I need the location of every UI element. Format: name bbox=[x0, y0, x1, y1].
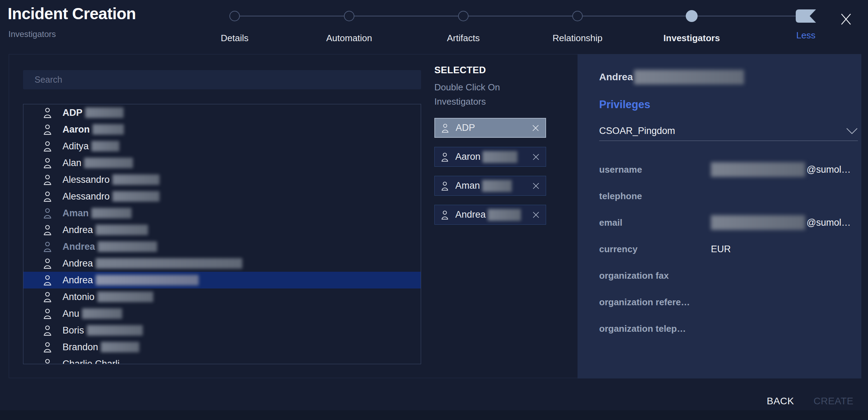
stepper-step-automation[interactable]: Automation bbox=[311, 0, 388, 45]
search-input[interactable] bbox=[23, 70, 421, 89]
collapse-toggle-icon[interactable] bbox=[796, 9, 816, 23]
investigator-name: Alan bbox=[62, 158, 81, 168]
investigator-row[interactable]: Alan bbox=[23, 155, 421, 171]
investigator-row[interactable]: Antonio bbox=[23, 288, 421, 305]
remove-chip-icon[interactable] bbox=[531, 124, 540, 132]
redacted-surname-blur bbox=[82, 308, 122, 319]
create-button[interactable]: CREATE bbox=[814, 396, 854, 407]
selected-investigator-chip[interactable]: Aman bbox=[434, 176, 546, 196]
field-value: @sumol… bbox=[711, 162, 851, 177]
investigator-name: Anu bbox=[62, 308, 79, 319]
back-button[interactable]: BACK bbox=[767, 396, 794, 407]
investigator-row[interactable]: Andrea bbox=[23, 222, 421, 238]
remove-chip-icon[interactable] bbox=[532, 211, 540, 219]
field-label: telephone bbox=[599, 191, 711, 202]
remove-chip-icon[interactable] bbox=[532, 153, 540, 161]
user-icon bbox=[42, 224, 53, 235]
investigator-name: Boris bbox=[62, 325, 84, 336]
redacted-surname-blur bbox=[85, 107, 124, 118]
stepper-step-artifacts[interactable]: Artifacts bbox=[425, 0, 502, 45]
field-label: organization telep… bbox=[599, 323, 711, 334]
detail-field-row: organization telep… bbox=[599, 315, 858, 342]
detail-field-row: email @sumol… bbox=[599, 209, 858, 236]
selected-chips: ADP Aaron Aman Andre bbox=[434, 118, 546, 234]
investigator-row[interactable]: Alessandro bbox=[23, 171, 421, 188]
stepper-step-details[interactable]: Details bbox=[196, 0, 273, 45]
redacted-surname-blur bbox=[101, 342, 139, 352]
privileges-dropdown-value: CSOAR_Pingdom bbox=[599, 126, 675, 136]
user-icon bbox=[42, 342, 53, 353]
collapse-less-link[interactable]: Less bbox=[790, 30, 822, 41]
selected-investigator-chip[interactable]: ADP bbox=[434, 118, 546, 138]
privileges-heading: Privileges bbox=[599, 98, 650, 111]
investigator-row[interactable]: Aman bbox=[23, 205, 421, 222]
investigator-name: Aditya bbox=[62, 141, 89, 152]
investigator-name: Aaron bbox=[62, 124, 90, 135]
investigator-name: Alessandro bbox=[62, 191, 110, 202]
investigator-list[interactable]: ADP Aaron Aditya Alan Alessandro bbox=[23, 104, 421, 364]
user-icon bbox=[440, 152, 449, 162]
user-icon bbox=[42, 191, 53, 202]
user-icon bbox=[42, 141, 53, 152]
step-circle-icon bbox=[344, 11, 354, 21]
selected-heading: SELECTED bbox=[434, 65, 486, 76]
incident-creation-dialog: Incident Creation Investigators Details … bbox=[0, 0, 868, 420]
redacted-surname-blur bbox=[96, 258, 242, 269]
chip-name: ADP bbox=[456, 122, 475, 133]
redacted-surname-blur bbox=[96, 275, 199, 285]
user-icon bbox=[42, 241, 53, 252]
user-icon bbox=[441, 123, 450, 133]
detail-person-name: Andrea bbox=[599, 70, 744, 84]
investigator-row[interactable]: Charlie Charli bbox=[23, 355, 421, 364]
investigator-row[interactable]: Brandon bbox=[23, 339, 421, 355]
field-label: email bbox=[599, 217, 711, 228]
user-icon bbox=[42, 291, 53, 302]
selected-investigator-chip[interactable]: Aaron bbox=[434, 147, 546, 167]
user-icon bbox=[42, 275, 53, 286]
selected-hint: Double Click On Investigators bbox=[434, 80, 532, 109]
investigator-name: Andrea bbox=[62, 258, 93, 269]
investigator-name: Andrea bbox=[62, 225, 93, 235]
investigator-name: Andrea bbox=[62, 241, 95, 252]
investigator-row[interactable]: Alessandro bbox=[23, 188, 421, 205]
investigator-row[interactable]: Andrea bbox=[23, 272, 421, 288]
investigator-name: Brandon bbox=[62, 342, 98, 353]
redacted-surname-blur bbox=[93, 124, 124, 135]
step-label: Details bbox=[196, 33, 273, 44]
redacted-value-blur bbox=[711, 162, 805, 177]
redacted-surname-blur bbox=[84, 158, 133, 168]
investigator-row[interactable]: Andrea bbox=[23, 238, 421, 255]
selected-investigator-chip[interactable]: Andrea bbox=[434, 205, 546, 225]
stepper-step-investigators[interactable]: Investigators bbox=[653, 0, 730, 45]
redacted-surname-blur bbox=[482, 180, 512, 192]
investigator-row[interactable]: Boris bbox=[23, 322, 421, 339]
close-icon[interactable] bbox=[839, 13, 853, 26]
investigator-row[interactable]: Andrea bbox=[23, 255, 421, 272]
redacted-surname-blur bbox=[91, 208, 132, 218]
investigator-name: Antonio bbox=[62, 292, 95, 302]
investigator-name: Aman bbox=[62, 208, 89, 219]
investigator-row[interactable]: Aaron bbox=[23, 121, 421, 138]
user-icon bbox=[440, 181, 449, 191]
chip-name: Andrea bbox=[455, 209, 486, 220]
investigator-name: Andrea bbox=[62, 275, 93, 286]
redacted-surname-blur bbox=[97, 292, 153, 302]
investigator-row[interactable]: Aditya bbox=[23, 138, 421, 155]
investigator-row[interactable]: ADP bbox=[23, 104, 421, 121]
redacted-surname-blur bbox=[98, 241, 157, 252]
stepper-step-relationship[interactable]: Relationship bbox=[539, 0, 616, 45]
redacted-name-blur bbox=[634, 70, 744, 84]
remove-chip-icon[interactable] bbox=[532, 182, 540, 190]
chip-name: Aman bbox=[455, 180, 480, 191]
privileges-dropdown[interactable]: CSOAR_Pingdom bbox=[599, 121, 858, 141]
investigator-row[interactable]: Anu bbox=[23, 305, 421, 322]
detail-field-row: currency EUR bbox=[599, 236, 858, 262]
user-icon bbox=[42, 358, 53, 364]
step-circle-icon bbox=[229, 11, 240, 21]
step-label: Automation bbox=[311, 33, 388, 44]
user-icon bbox=[42, 308, 53, 319]
page-subtitle: Investigators bbox=[8, 29, 56, 39]
user-icon bbox=[440, 210, 449, 220]
investigator-name: Charlie Charli bbox=[62, 359, 120, 365]
step-circle-icon bbox=[572, 11, 583, 21]
